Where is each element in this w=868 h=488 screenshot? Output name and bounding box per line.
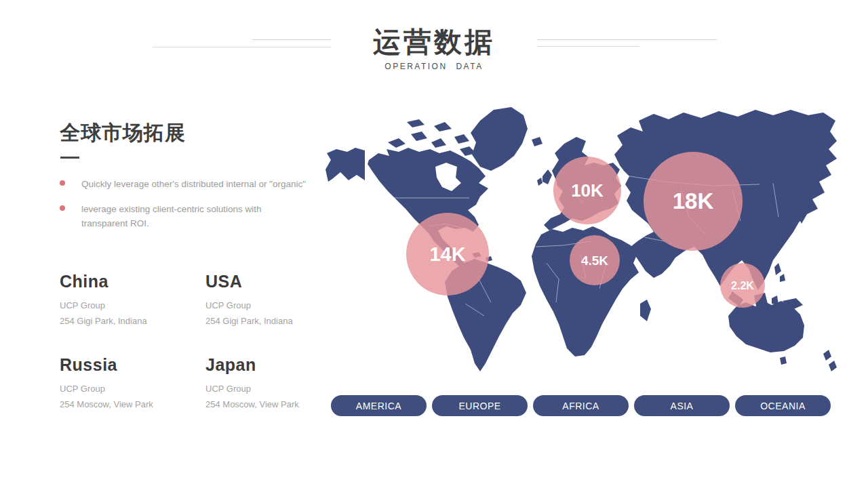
ireland: [537, 178, 542, 186]
new-zealand: [823, 350, 831, 361]
arctic-islands: [434, 122, 452, 131]
country-address: 254 Moscow, View Park: [60, 399, 205, 409]
header: 运营数据 OPERATION DATA: [0, 26, 868, 71]
country-org: UCP Group: [60, 300, 205, 310]
philippines: [780, 274, 785, 282]
country-name: Japan: [205, 354, 299, 375]
new-zealand: [829, 361, 837, 371]
country-block-russia: Russia UCP Group 254 Moscow, View Park: [60, 354, 205, 409]
country-block-usa: USA UCP Group 254 Gigi Park, Indiana: [205, 271, 299, 326]
continent-australia: [728, 301, 804, 352]
iceland: [532, 137, 542, 146]
region-button-africa[interactable]: AFRICA: [533, 395, 629, 416]
country-block-japan: Japan UCP Group 254 Moscow, View Park: [205, 354, 299, 409]
region-button-row: AMERICA EUROPE AFRICA ASIA OCEANIA: [331, 395, 833, 416]
section-heading: 全球市场拓展: [60, 119, 186, 147]
list-item: Quickly leverage other's distributed int…: [60, 177, 366, 191]
bubble-oceania: 2.2K: [720, 263, 765, 308]
title-decor-line: [252, 39, 331, 40]
bubble-america: 14K: [406, 213, 489, 296]
tasmania: [780, 357, 787, 365]
continent-north-america: [326, 148, 365, 182]
bubble-africa: 4.5K: [570, 235, 620, 285]
page-subtitle: OPERATION DATA: [0, 62, 868, 71]
bubble-value: 18K: [673, 188, 714, 214]
region-button-america[interactable]: AMERICA: [331, 395, 427, 416]
arctic-islands: [388, 138, 406, 148]
bullet-dot-icon: [60, 180, 65, 186]
slide: 运营数据 OPERATION DATA 全球市场拓展 Quickly lever…: [0, 0, 868, 488]
bubble-value: 10K: [571, 180, 604, 201]
region-button-asia[interactable]: ASIA: [634, 395, 730, 416]
title-decor-line: [537, 46, 639, 47]
country-name: China: [60, 271, 205, 291]
bullet-text: leverage existing client-centric solutio…: [81, 202, 305, 230]
country-block-china: China UCP Group 254 Gigi Park, Indiana: [60, 271, 205, 326]
country-address: 254 Gigi Park, Indiana: [205, 316, 299, 326]
country-org: UCP Group: [205, 300, 299, 310]
arctic-islands: [454, 134, 469, 144]
world-map: 14K 10K 18K 4.5K 2.2K: [326, 102, 841, 383]
region-button-oceania[interactable]: OCEANIA: [735, 395, 831, 416]
arctic-islands: [407, 119, 425, 127]
philippines: [774, 263, 781, 275]
title-decor-line: [537, 39, 717, 40]
world-map-svg: 14K 10K 18K 4.5K 2.2K: [326, 102, 841, 383]
arctic-islands: [431, 138, 446, 148]
country-org: UCP Group: [205, 384, 299, 394]
country-grid: China UCP Group 254 Gigi Park, Indiana U…: [60, 271, 299, 409]
bullet-text: Quickly leverage other's distributed int…: [81, 177, 366, 191]
bubble-value: 2.2K: [731, 280, 754, 291]
country-name: Russia: [60, 354, 205, 375]
madagascar: [640, 300, 651, 321]
country-name: USA: [205, 271, 299, 291]
bubble-europe: 10K: [553, 157, 621, 224]
united-kingdom: [542, 169, 552, 184]
bubble-value: 14K: [429, 243, 465, 265]
heading-dash: [60, 157, 79, 159]
bubble-value: 4.5K: [581, 253, 608, 268]
country-address: 254 Gigi Park, Indiana: [60, 316, 205, 326]
list-item: leverage existing client-centric solutio…: [60, 202, 366, 230]
greenland: [471, 107, 528, 171]
bubble-asia: 18K: [644, 152, 743, 251]
region-button-europe[interactable]: EUROPE: [432, 395, 528, 416]
bullet-list: Quickly leverage other's distributed int…: [60, 177, 366, 241]
bullet-dot-icon: [60, 205, 65, 211]
country-address: 254 Moscow, View Park: [205, 399, 299, 409]
country-org: UCP Group: [60, 384, 205, 394]
title-decor-line: [153, 47, 331, 47]
arctic-islands: [411, 131, 427, 141]
page-title: 运营数据: [0, 26, 868, 58]
